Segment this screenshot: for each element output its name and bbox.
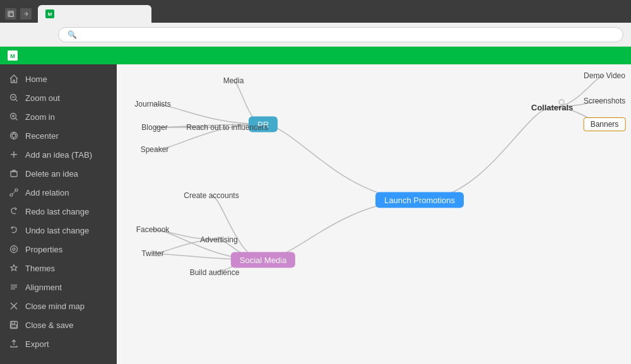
sidebar-item-add-relation[interactable]: Add relation — [0, 183, 117, 202]
tab-icon: M — [45, 9, 54, 18]
sidebar-item-label-undo: Undo last change — [25, 226, 89, 235]
node-blogger: Blogger — [141, 123, 167, 132]
sidebar: HomeZoom outZoom inRecenterAdd an idea (… — [0, 64, 117, 364]
sidebar-item-zoom-in[interactable]: Zoom in — [0, 107, 117, 126]
sidebar-item-label-themes: Themes — [25, 264, 55, 273]
svg-point-19 — [13, 248, 15, 250]
svg-point-18 — [11, 246, 18, 253]
sidebar-item-undo[interactable]: Undo last change — [0, 221, 117, 240]
mindmap-canvas: Launch PromotionsPRSocial MediaCollatera… — [117, 64, 631, 364]
node-build: Build audience — [190, 268, 240, 277]
home-button[interactable] — [45, 32, 53, 37]
sidebar-item-delete-idea[interactable]: Delete an idea — [0, 164, 117, 183]
svg-rect-27 — [11, 325, 17, 327]
sidebar-item-alignment[interactable]: Alignment — [0, 278, 117, 296]
svg-point-8 — [12, 134, 16, 138]
sidebar-item-label-close-save: Close & save — [25, 320, 74, 330]
undo-icon — [9, 225, 19, 235]
node-banners[interactable]: Banners — [584, 117, 626, 131]
sidebar-item-label-delete-idea: Delete an idea — [25, 169, 78, 179]
node-launch[interactable]: Launch Promotions — [375, 192, 464, 208]
sidebar-item-properties[interactable]: Properties — [0, 240, 117, 259]
sidebar-item-label-properties: Properties — [25, 245, 62, 254]
sidebar-item-label-home: Home — [25, 74, 47, 84]
svg-rect-0 — [8, 11, 13, 16]
address-search-icon: 🔍 — [68, 30, 77, 39]
address-bar[interactable]: 🔍 — [58, 27, 623, 42]
svg-rect-1 — [9, 13, 13, 16]
alignment-icon — [9, 282, 19, 292]
browser-tab[interactable]: M — [38, 5, 151, 23]
svg-text:M: M — [48, 11, 52, 17]
delete-idea-icon — [9, 168, 19, 179]
sidebar-item-themes[interactable]: Themes — [0, 259, 117, 278]
node-create: Create accounts — [184, 191, 239, 200]
svg-rect-14 — [11, 172, 17, 177]
sidebar-item-export[interactable]: Export — [0, 334, 117, 353]
node-twitter: Twitter — [141, 249, 163, 258]
node-advertising: Advertising — [200, 235, 237, 244]
tab-controls — [5, 8, 32, 20]
sidebar-item-redo[interactable]: Redo last change — [0, 202, 117, 221]
sidebar-item-label-redo: Redo last change — [25, 207, 89, 216]
nav-bar: 🔍 — [0, 23, 631, 47]
tab-close-button[interactable] — [134, 9, 144, 19]
svg-point-9 — [11, 132, 18, 139]
forward-button[interactable] — [20, 32, 28, 37]
recenter-icon — [9, 131, 19, 141]
sidebar-menu: HomeZoom outZoom inRecenterAdd an idea (… — [0, 64, 117, 353]
sidebar-item-label-add-idea: Add an idea (TAB) — [25, 150, 92, 160]
main-content: HomeZoom outZoom inRecenterAdd an idea (… — [0, 64, 631, 364]
sidebar-item-close-save[interactable]: Close & save — [0, 315, 117, 334]
svg-point-16 — [10, 194, 13, 196]
sidebar-item-close-mind-map[interactable]: Close mind map — [0, 296, 117, 315]
node-media: Media — [223, 76, 244, 85]
zoom-in-icon — [9, 112, 19, 122]
sidebar-collapse-button[interactable] — [97, 71, 112, 86]
redo-icon — [9, 206, 19, 216]
sidebar-item-recenter[interactable]: Recenter — [0, 126, 117, 145]
svg-text:M: M — [10, 53, 15, 59]
sidebar-item-add-idea[interactable]: Add an idea (TAB) — [0, 145, 117, 164]
themes-icon — [9, 263, 19, 273]
node-journalists: Journalists — [134, 100, 170, 109]
close-mind-map-icon — [9, 301, 19, 311]
node-speaker: Speaker — [141, 145, 169, 154]
zoom-out-icon — [9, 93, 19, 103]
close-save-icon — [9, 320, 19, 330]
tab-bar: M — [0, 0, 631, 23]
back-button[interactable] — [8, 32, 15, 37]
add-relation-icon — [9, 187, 19, 197]
node-screenshots: Screenshots — [584, 97, 626, 105]
home-icon — [9, 74, 19, 84]
sidebar-item-label-export: Export — [25, 339, 49, 349]
add-idea-icon — [9, 150, 19, 160]
tab-control-2[interactable] — [20, 8, 32, 20]
sidebar-item-label-recenter: Recenter — [25, 131, 59, 141]
sidebar-item-zoom-out[interactable]: Zoom out — [0, 88, 117, 107]
sidebar-item-label-alignment: Alignment — [25, 283, 62, 292]
app-bar-icon: M — [8, 50, 18, 61]
node-facebook: Facebook — [136, 225, 170, 234]
sidebar-item-label-zoom-out: Zoom out — [25, 93, 60, 103]
node-demo: Demo Video — [584, 71, 625, 80]
tab-control-1[interactable] — [5, 8, 16, 20]
node-social[interactable]: Social Media — [231, 252, 295, 268]
properties-icon — [9, 244, 19, 254]
export-icon — [9, 339, 19, 349]
sidebar-item-label-close-mind-map: Close mind map — [25, 302, 85, 311]
node-reach: Reach out to influencers — [186, 123, 268, 132]
app-bar: M — [0, 47, 631, 64]
sidebar-item-label-zoom-in: Zoom in — [25, 112, 55, 122]
browser-chrome: M 🔍 — [0, 0, 631, 47]
refresh-button[interactable] — [33, 32, 40, 37]
sidebar-item-label-add-relation: Add relation — [25, 188, 69, 197]
node-collaterals: Collaterals — [531, 103, 573, 112]
